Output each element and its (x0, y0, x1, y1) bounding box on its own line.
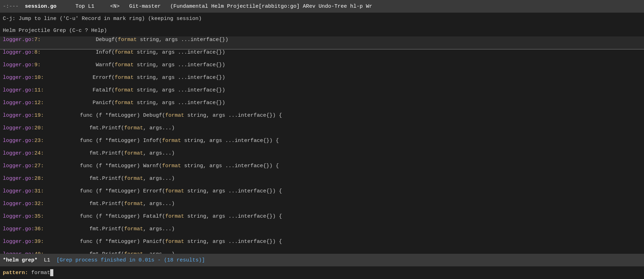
table-row[interactable]: logger.go:24: fmt.Printf(format, args...… (0, 150, 644, 163)
code-content: Fatalf(format string, args ...interface{… (80, 87, 225, 93)
code-content: fmt.Printf(format, args...) (80, 251, 175, 254)
table-row[interactable]: logger.go:28: fmt.Printf(format, args...… (0, 175, 644, 188)
file-name: logger.go: (3, 49, 34, 55)
file-location: logger.go:35: (3, 213, 80, 219)
line-number: 11: (34, 87, 44, 93)
modeline-top: -:--- session.go Top L1 <N> Git-master (… (0, 0, 644, 13)
file-location: logger.go:39: (3, 239, 80, 245)
code-content: Infof(format string, args ...interface{}… (80, 49, 225, 55)
grep-status: [Grep process finished in 0.01s - (18 re… (56, 257, 205, 263)
code-content: fmt.Printf(format, args...) (80, 125, 175, 131)
line-number: 9: (34, 62, 41, 68)
file-location: logger.go:40: (3, 251, 80, 254)
file-name: logger.go: (3, 125, 34, 131)
table-row[interactable]: logger.go:9: Warnf(format string, args .… (0, 62, 644, 74)
code-content: fmt.Printf(format, args...) (80, 150, 175, 156)
file-name: logger.go: (3, 62, 34, 68)
buffer-name: *helm grep* (3, 257, 38, 263)
line-number: 7: (34, 37, 41, 43)
code-content: fmt.Printf(format, args...) (80, 201, 175, 207)
code-content: func (f *fmtLogger) Panicf(format string… (80, 239, 282, 245)
file-location: logger.go:28: (3, 176, 80, 182)
table-row[interactable]: logger.go:27: func (f *fmtLogger) Warnf(… (0, 163, 644, 175)
table-row[interactable]: logger.go:20: fmt.Printf(format, args...… (0, 125, 644, 137)
file-name: logger.go: (3, 201, 34, 207)
table-row[interactable]: logger.go:40: fmt.Printf(format, args...… (0, 251, 644, 254)
code-content: func (f *fmtLogger) Errorf(format string… (80, 188, 282, 194)
table-row[interactable]: logger.go:12: Panicf(format string, args… (0, 100, 644, 112)
line-number: 27: (34, 163, 44, 169)
file-name: logger.go: (3, 138, 34, 144)
line-number: 40: (34, 251, 44, 254)
file-name: logger.go: (3, 75, 34, 81)
file-name: logger.go: (3, 87, 34, 93)
table-row[interactable]: logger.go:7: Debugf(format string, args … (0, 36, 644, 49)
line-number: 35: (34, 213, 44, 219)
line-number: 28: (34, 176, 44, 182)
file-name: logger.go: (3, 188, 34, 194)
file-location: logger.go:32: (3, 201, 80, 207)
file-location: logger.go:9: (3, 62, 80, 68)
file-name: logger.go: (3, 176, 34, 182)
prompt-label: pattern: (3, 270, 28, 276)
modeline-modes: (Fundamental Helm Projectile[rabbitgo:go… (170, 4, 372, 9)
table-row[interactable]: logger.go:10: Errorf(format string, args… (0, 74, 644, 87)
helm-text: Helm Projectile Grep (C-c ? Help) (3, 28, 107, 34)
code-content: Panicf(format string, args ...interface{… (80, 100, 225, 106)
modeline-git: Git-master (129, 4, 161, 9)
code-content: func (f *fmtLogger) Infof(format string,… (80, 138, 279, 144)
file-location: logger.go:12: (3, 100, 80, 106)
line-info: L1 (44, 257, 50, 263)
file-name: logger.go: (3, 37, 34, 43)
file-location: logger.go:19: (3, 113, 80, 118)
file-location: logger.go:36: (3, 226, 80, 232)
modeline-position: Top L1 (75, 4, 94, 9)
line-number: 12: (34, 100, 44, 106)
line-number: 23: (34, 138, 44, 144)
table-row[interactable]: logger.go:23: func (f *fmtLogger) Infof(… (0, 137, 644, 150)
file-name: logger.go: (3, 251, 34, 254)
modeline-nav: <N> (110, 4, 120, 9)
line-number: 31: (34, 188, 44, 194)
line-number: 10: (34, 75, 44, 81)
line-number: 24: (34, 150, 44, 156)
help-line: C-j: Jump to line ('C-u' Record in mark … (0, 13, 644, 25)
file-name: logger.go: (3, 226, 34, 232)
modeline-bottom: *helm grep* L1 [Grep process finished in… (0, 254, 644, 266)
modeline-dashes: -:--- (3, 4, 19, 9)
code-content: func (f *fmtLogger) Fatalf(format string… (80, 213, 282, 219)
code-content: func (f *fmtLogger) Warnf(format string,… (80, 163, 279, 169)
cursor (50, 269, 53, 276)
file-location: logger.go:10: (3, 75, 80, 81)
help-text: C-j: Jump to line ('C-u' Record in mark … (3, 16, 202, 22)
line-number: 20: (34, 125, 44, 131)
table-row[interactable]: logger.go:31: func (f *fmtLogger) Errorf… (0, 188, 644, 200)
table-row[interactable]: logger.go:35: func (f *fmtLogger) Fatalf… (0, 213, 644, 226)
file-name: logger.go: (3, 150, 34, 156)
file-name: logger.go: (3, 213, 34, 219)
code-content: Debugf(format string, args ...interface{… (80, 37, 228, 43)
table-row[interactable]: logger.go:32: fmt.Printf(format, args...… (0, 200, 644, 213)
file-location: logger.go:24: (3, 150, 80, 156)
line-number: 39: (34, 239, 44, 245)
prompt-line[interactable]: pattern: format (0, 266, 644, 279)
table-row[interactable]: logger.go:11: Fatalf(format string, args… (0, 87, 644, 100)
file-name: logger.go: (3, 113, 34, 118)
table-row[interactable]: logger.go:36: fmt.Printf(format, args...… (0, 226, 644, 238)
table-row[interactable]: logger.go:19: func (f *fmtLogger) Debugf… (0, 112, 644, 125)
code-content: fmt.Printf(format, args...) (80, 226, 175, 232)
file-location: logger.go:31: (3, 188, 80, 194)
table-row[interactable]: logger.go:39: func (f *fmtLogger) Panicf… (0, 238, 644, 251)
modeline-filename: session.go (25, 4, 56, 9)
code-content: func (f *fmtLogger) Debugf(format string… (80, 113, 282, 118)
file-name: logger.go: (3, 239, 34, 245)
table-row[interactable]: logger.go:8: Infof(format string, args .… (0, 49, 644, 62)
file-location: logger.go:20: (3, 125, 80, 131)
prompt-input[interactable]: format (31, 270, 50, 276)
results-area[interactable]: logger.go:7: Debugf(format string, args … (0, 36, 644, 254)
file-location: logger.go:27: (3, 163, 80, 169)
helm-line: Helm Projectile Grep (C-c ? Help) (0, 25, 644, 36)
file-location: logger.go:8: (3, 49, 80, 55)
line-number: 8: (34, 49, 41, 55)
line-number: 32: (34, 201, 44, 207)
